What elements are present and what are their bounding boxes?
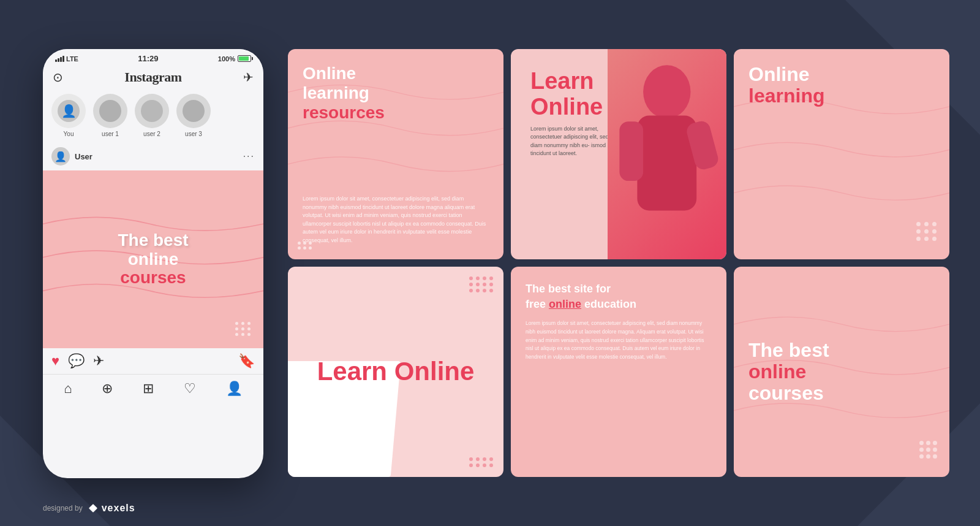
svg-point-0 xyxy=(643,65,690,118)
card5-title-white2: education xyxy=(581,298,636,310)
instagram-header: ⊙ Instagram ✈ xyxy=(43,66,263,89)
story-label-you: You xyxy=(64,131,74,137)
camera-icon[interactable]: ⊙ xyxy=(53,70,63,85)
card2-body: Lorem ipsum dolor sit amet, consectetuer… xyxy=(521,120,620,163)
card5-title: The best site forfree online education xyxy=(526,281,712,312)
card5-body: Lorem ipsum dolor sit amet, consectetuer… xyxy=(526,319,712,361)
story-item-1[interactable]: user 1 xyxy=(93,94,127,137)
post-line3: courses xyxy=(118,269,188,288)
card5-title-red: online xyxy=(549,298,581,310)
card-learn-online-diagonal: Learn Online xyxy=(288,267,503,477)
card2-photo xyxy=(608,49,726,259)
stories-row: 👤 You user 1 user 2 user 3 xyxy=(43,89,263,142)
card4-dots-top xyxy=(469,276,494,292)
status-time: 11:29 xyxy=(138,54,158,63)
post-line1: The best xyxy=(118,231,188,250)
card4-title: Learn Online xyxy=(305,357,487,386)
card3-dots xyxy=(916,222,937,241)
card-learn-online-photo: Learn Online Lorem ipsum dolor sit amet,… xyxy=(511,49,726,259)
bottom-nav: ⌂ ⊕ ⊞ ♡ 👤 xyxy=(43,374,263,406)
card-best-site-education: The best site forfree online education L… xyxy=(511,267,726,477)
like-icon[interactable]: ♥ xyxy=(51,353,59,369)
story-label-2: user 2 xyxy=(143,131,160,137)
bookmark-icon[interactable]: 🔖 xyxy=(238,353,255,369)
share-icon[interactable]: ✈ xyxy=(93,353,104,369)
card-best-online-courses: The best online courses xyxy=(734,267,949,477)
card6-title-red: online xyxy=(748,360,806,383)
post-avatar: 👤 xyxy=(51,147,70,166)
card-online-learning-resources: Onlinelearningresources Lorem ipsum dolo… xyxy=(288,49,503,259)
vexels-brand-name: vexels xyxy=(102,503,135,514)
story-item-2[interactable]: user 2 xyxy=(135,94,169,137)
status-right: 100% xyxy=(218,55,251,63)
svg-rect-2 xyxy=(620,121,644,181)
svg-rect-4 xyxy=(89,504,97,513)
post-user-info: 👤 User xyxy=(51,147,92,166)
battery-icon xyxy=(238,55,251,62)
post-actions-left: ♥ 💬 ✈ xyxy=(51,353,104,369)
comment-icon[interactable]: 💬 xyxy=(68,353,85,369)
nav-add-icon[interactable]: ⊞ xyxy=(143,381,154,397)
card2-title: Learn Online xyxy=(521,59,620,120)
footer-designed-by: designed by xyxy=(43,504,83,513)
card4-dots-bottom xyxy=(469,457,494,467)
post-actions[interactable]: ♥ 💬 ✈ 🔖 xyxy=(43,348,263,374)
story-avatar-1 xyxy=(93,94,127,128)
vexels-logo: vexels xyxy=(88,503,135,514)
story-avatar-2 xyxy=(135,94,169,128)
status-bar: LTE 11:29 100% xyxy=(43,49,263,66)
card6-title-white1: The best xyxy=(748,339,829,361)
card6-dots xyxy=(919,441,937,459)
instagram-logo: Instagram xyxy=(124,69,181,85)
card1-body-text: Lorem ipsum dolor sit amet, consectetuer… xyxy=(303,195,489,245)
post-username: User xyxy=(75,152,92,161)
card6-title-container: The best online courses xyxy=(748,340,829,405)
post-grid: Onlinelearningresources Lorem ipsum dolo… xyxy=(288,49,949,477)
card6-title-white2: courses xyxy=(748,382,824,404)
card1-title: Onlinelearningresources xyxy=(303,64,489,123)
post-image: The best online courses xyxy=(43,170,263,348)
nav-heart-icon[interactable]: ♡ xyxy=(184,381,196,397)
footer: designed by vexels xyxy=(43,503,135,514)
story-item-you[interactable]: 👤 You xyxy=(51,94,86,137)
card3-title: Onlinelearning xyxy=(748,64,935,107)
phone-mockup: LTE 11:29 100% ⊙ Instagram ✈ 👤 You use xyxy=(43,49,263,478)
more-options-icon[interactable]: ··· xyxy=(243,151,255,162)
story-label-1: user 1 xyxy=(102,131,119,137)
post-line2: online xyxy=(118,250,188,269)
post-image-content: The best online courses xyxy=(105,219,200,300)
card1-title-text: Onlinelearningresources xyxy=(303,64,489,123)
story-avatar-3 xyxy=(176,94,211,128)
card6-title: The best online courses xyxy=(748,340,829,405)
send-icon[interactable]: ✈ xyxy=(243,70,254,85)
story-label-3: user 3 xyxy=(185,131,202,137)
post-header: 👤 User ··· xyxy=(43,142,263,170)
card-online-learning: Onlinelearning xyxy=(734,49,949,259)
nav-search-icon[interactable]: ⊕ xyxy=(102,381,113,397)
signal-icon xyxy=(55,56,64,62)
story-item-3[interactable]: user 3 xyxy=(176,94,211,137)
battery-label: 100% xyxy=(218,55,235,63)
person-illustration xyxy=(608,49,726,259)
story-avatar-you: 👤 xyxy=(51,94,86,128)
vexels-diamond-icon xyxy=(88,503,99,514)
card1-body: Lorem ipsum dolor sit amet, consectetuer… xyxy=(303,195,489,245)
nav-profile-icon[interactable]: 👤 xyxy=(226,381,243,397)
post-dots-decoration xyxy=(235,322,251,336)
card3-title-accent: learning xyxy=(748,85,824,107)
signal-label: LTE xyxy=(66,55,78,63)
card1-title-red: resources xyxy=(303,103,385,122)
status-left: LTE xyxy=(55,55,78,63)
nav-home-icon[interactable]: ⌂ xyxy=(64,381,72,397)
